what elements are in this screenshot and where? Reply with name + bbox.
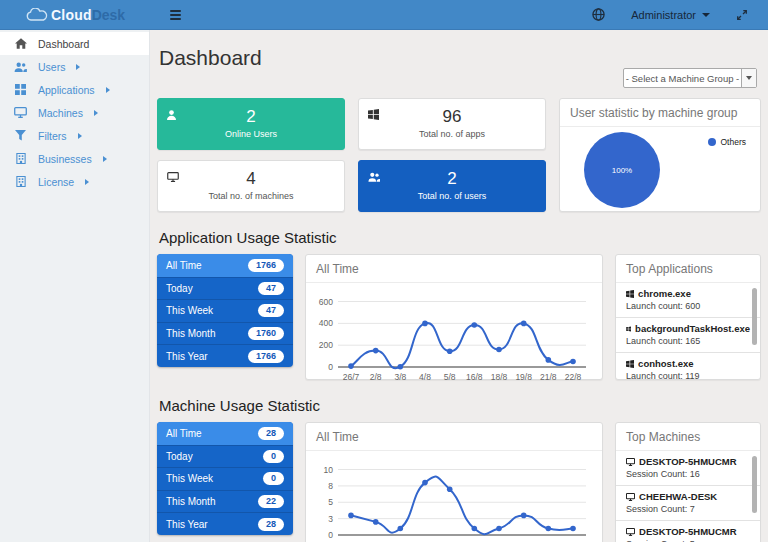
stat-label: Total no. of machines xyxy=(158,191,344,201)
cloud-icon xyxy=(26,8,48,22)
pie-panel-title: User statistic by machine group xyxy=(560,99,760,127)
filter-all-time[interactable]: All Time 1766 xyxy=(157,254,293,277)
filter-all-time[interactable]: All Time 28 xyxy=(157,422,293,445)
filter-this-year[interactable]: This Year 1766 xyxy=(157,344,293,367)
sidebar-item-applications[interactable]: Applications xyxy=(0,78,149,101)
top-applications-panel: Top Applications chrome.exe Launch count… xyxy=(615,254,761,380)
sidebar-item-label: License xyxy=(38,176,74,188)
svg-text:0: 0 xyxy=(328,530,333,540)
svg-text:3/8: 3/8 xyxy=(395,372,407,382)
home-icon xyxy=(13,38,28,49)
svg-text:400: 400 xyxy=(319,318,333,328)
chevron-right-icon xyxy=(106,87,110,93)
machine-group-select-value: - Select a Machine Group - xyxy=(624,73,741,84)
count-badge: 28 xyxy=(258,427,284,440)
svg-text:0: 0 xyxy=(328,362,333,372)
sidebar-item-label: Applications xyxy=(38,84,95,96)
grid-icon xyxy=(13,84,28,95)
windows-icon xyxy=(368,106,379,124)
count-badge: 1766 xyxy=(248,350,284,363)
filter-this-year[interactable]: This Year 28 xyxy=(157,512,293,535)
sidebar-item-label: Machines xyxy=(38,107,83,119)
sidebar-item-filters[interactable]: Filters xyxy=(0,124,149,147)
count-badge: 0 xyxy=(263,450,284,463)
user-menu-dropdown[interactable]: Administrator xyxy=(631,9,710,21)
pie-chart: 100% xyxy=(584,132,660,208)
svg-text:19/8: 19/8 xyxy=(516,372,533,382)
scrollbar-thumb[interactable] xyxy=(752,288,757,345)
legend-label: Others xyxy=(720,137,746,147)
scrollbar-thumb[interactable] xyxy=(752,456,757,513)
sidebar-item-label: Users xyxy=(38,61,65,73)
svg-text:22/8: 22/8 xyxy=(565,372,582,382)
stat-value: 4 xyxy=(158,169,344,189)
chevron-down-icon xyxy=(746,76,752,80)
stat-label: Total no. of apps xyxy=(359,129,545,139)
stat-card-total-users: 2 Total no. of users xyxy=(358,160,546,212)
sidebar-item-dashboard[interactable]: Dashboard xyxy=(0,32,149,55)
count-badge: 1760 xyxy=(248,327,284,340)
count-badge: 0 xyxy=(263,472,284,485)
top-machines-panel: Top Machines DESKTOP-5HMUCMR Session Cou… xyxy=(615,422,761,542)
fullscreen-toggle-button[interactable] xyxy=(736,9,748,21)
top-application-item: backgroundTaskHost.exe Launch count: 165 xyxy=(616,318,760,353)
svg-text:600: 600 xyxy=(319,297,333,307)
sidebar-item-label: Filters xyxy=(38,130,67,142)
chevron-right-icon xyxy=(103,156,107,162)
filter-today[interactable]: Today 0 xyxy=(157,445,293,468)
section-title-app-usage: Application Usage Statistic xyxy=(159,229,761,246)
top-machine-item: CHEEHWA-DESK Session Count: 7 xyxy=(616,486,760,521)
chevron-right-icon xyxy=(94,110,98,116)
stat-value: 2 xyxy=(158,107,344,127)
brand-secondary: Desk xyxy=(92,7,125,23)
svg-text:26/7: 26/7 xyxy=(343,372,360,382)
user-menu-label: Administrator xyxy=(631,9,696,21)
sidebar-item-license[interactable]: License xyxy=(0,170,149,193)
caret-down-icon xyxy=(702,13,710,17)
expand-arrows-icon xyxy=(736,9,748,21)
app-logo[interactable]: CloudDesk xyxy=(0,7,150,23)
sidebar-toggle-button[interactable] xyxy=(162,2,189,28)
sidebar-item-users[interactable]: Users xyxy=(0,55,149,78)
sidebar-item-machines[interactable]: Machines xyxy=(0,101,149,124)
top-application-item: conhost.exe Launch count: 119 xyxy=(616,353,760,380)
app-usage-filter-list: All Time 1766 Today 47 This Week 47 This… xyxy=(157,254,293,367)
top-panel-title: Top Applications xyxy=(616,255,760,283)
svg-text:2/8: 2/8 xyxy=(370,372,382,382)
chevron-right-icon xyxy=(78,133,82,139)
count-badge: 22 xyxy=(258,495,284,508)
top-application-item: chrome.exe Launch count: 600 xyxy=(616,283,760,318)
desktop-icon xyxy=(626,493,635,501)
stat-cards-grid: 2 Online Users 96 Total no. of apps 4 To… xyxy=(157,98,546,212)
filter-this-week[interactable]: This Week 47 xyxy=(157,299,293,322)
sidebar-item-businesses[interactable]: Businesses xyxy=(0,147,149,170)
building-icon xyxy=(13,153,28,164)
language-button[interactable] xyxy=(592,8,605,21)
desktop-icon xyxy=(626,528,635,536)
svg-text:16/8: 16/8 xyxy=(466,372,483,382)
chevron-right-icon xyxy=(76,64,80,70)
top-navbar: CloudDesk Administrator xyxy=(0,0,768,30)
section-title-machine-usage: Machine Usage Statistic xyxy=(159,397,761,414)
chart-title: All Time xyxy=(306,255,602,283)
app-usage-chart-panel: All Time 020040060026/72/83/84/85/816/81… xyxy=(305,254,603,380)
machine-group-select[interactable]: - Select a Machine Group - xyxy=(623,68,757,88)
count-badge: 47 xyxy=(258,282,284,295)
svg-text:5/8: 5/8 xyxy=(444,372,456,382)
globe-icon xyxy=(592,8,605,21)
user-statistic-panel: User statistic by machine group 100% Oth… xyxy=(559,98,761,212)
filter-this-week[interactable]: This Week 0 xyxy=(157,467,293,490)
top-machine-item: DESKTOP-5HMUCMR Session Count: 16 xyxy=(616,451,760,486)
filter-today[interactable]: Today 47 xyxy=(157,277,293,300)
users-icon xyxy=(13,62,28,72)
desktop-icon xyxy=(13,107,28,118)
top-machine-item: DESKTOP-5HMUCMR Session Count: 5 xyxy=(616,521,760,542)
filter-icon xyxy=(13,130,28,141)
chart-title: All Time xyxy=(306,423,602,451)
user-icon xyxy=(167,106,176,124)
sidebar-item-label: Businesses xyxy=(38,153,92,165)
filter-this-month[interactable]: This Month 22 xyxy=(157,490,293,513)
sidebar: Dashboard Users Applications Machines Fi… xyxy=(0,30,150,542)
filter-this-month[interactable]: This Month 1760 xyxy=(157,322,293,345)
windows-icon xyxy=(626,290,634,298)
